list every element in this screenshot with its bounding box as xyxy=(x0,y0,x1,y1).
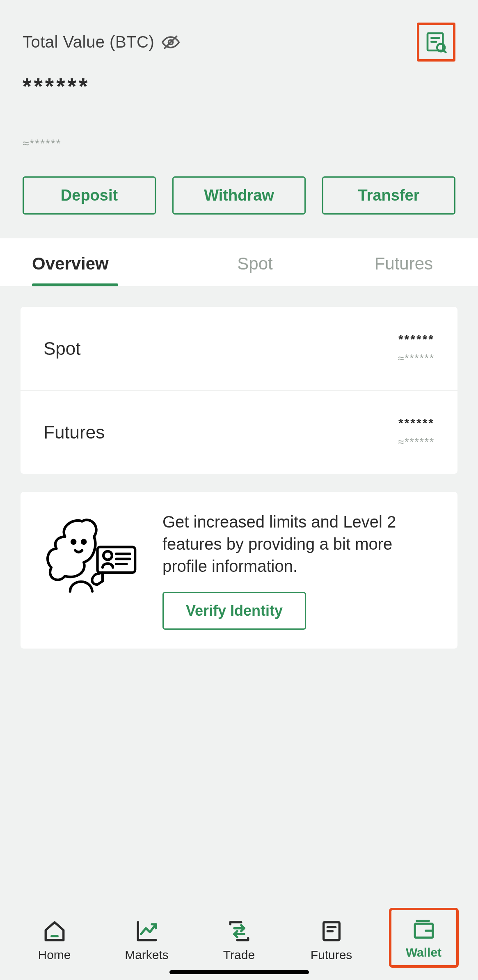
eye-hidden-icon[interactable] xyxy=(162,33,180,51)
svg-line-6 xyxy=(444,50,446,53)
tab-futures[interactable]: Futures xyxy=(329,238,478,286)
nav-trade[interactable]: Trade xyxy=(204,913,274,968)
history-icon[interactable] xyxy=(423,29,449,55)
tab-overview[interactable]: Overview xyxy=(0,238,181,286)
total-value-amount: ****** xyxy=(23,73,455,99)
nav-home[interactable]: Home xyxy=(20,913,89,968)
wallet-header: Total Value (BTC) xyxy=(0,0,478,150)
balance-row-futures[interactable]: Futures ****** ≈****** xyxy=(21,390,457,474)
futures-icon xyxy=(319,918,344,944)
svg-point-10 xyxy=(103,551,112,560)
identity-illustration-icon xyxy=(41,511,144,597)
svg-point-8 xyxy=(82,540,85,544)
balance-futures-value: ****** xyxy=(398,416,435,430)
transfer-button[interactable]: Transfer xyxy=(322,176,455,215)
nav-futures[interactable]: Futures xyxy=(297,913,366,968)
home-indicator xyxy=(169,970,309,974)
tab-spot[interactable]: Spot xyxy=(181,238,329,286)
markets-icon xyxy=(134,918,160,944)
verify-identity-card: Get increased limits and Level 2 feature… xyxy=(21,492,457,649)
history-highlight xyxy=(417,23,455,62)
svg-point-7 xyxy=(72,540,75,544)
wallet-icon xyxy=(411,916,437,941)
balance-card: Spot ****** ≈****** Futures ****** ≈****… xyxy=(21,307,457,474)
nav-wallet[interactable]: Wallet xyxy=(389,908,459,968)
wallet-actions: Deposit Withdraw Transfer xyxy=(0,176,478,215)
total-value-label: Total Value (BTC) xyxy=(23,33,154,51)
nav-home-label: Home xyxy=(38,948,71,962)
nav-futures-label: Futures xyxy=(311,948,352,962)
nav-markets[interactable]: Markets xyxy=(112,913,182,968)
wallet-tabs: Overview Spot Futures xyxy=(0,238,478,286)
nav-wallet-label: Wallet xyxy=(406,946,441,959)
home-icon xyxy=(42,918,67,944)
balance-futures-approx: ≈****** xyxy=(398,436,435,448)
balance-row-spot[interactable]: Spot ****** ≈****** xyxy=(21,307,457,390)
balance-spot-approx: ≈****** xyxy=(398,352,435,365)
verify-text: Get increased limits and Level 2 feature… xyxy=(162,511,437,577)
nav-trade-label: Trade xyxy=(223,948,255,962)
balance-futures-label: Futures xyxy=(43,422,105,443)
withdraw-button[interactable]: Withdraw xyxy=(172,176,306,215)
balance-spot-value: ****** xyxy=(398,332,435,346)
bottom-nav: Home Markets xyxy=(0,900,478,980)
balance-spot-label: Spot xyxy=(43,338,81,359)
verify-identity-button[interactable]: Verify Identity xyxy=(162,592,306,630)
nav-markets-label: Markets xyxy=(125,948,169,962)
trade-icon xyxy=(226,918,252,944)
total-value-approx: ≈****** xyxy=(23,137,455,150)
deposit-button[interactable]: Deposit xyxy=(23,176,156,215)
